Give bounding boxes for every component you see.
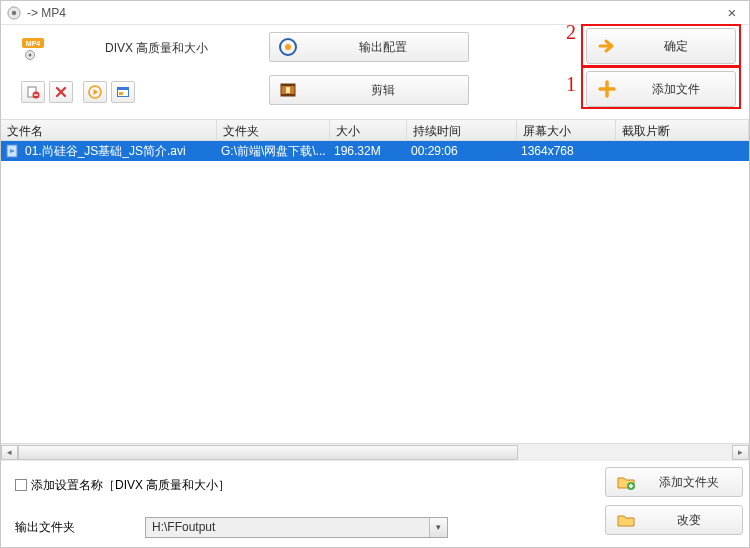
col-header-duration[interactable]: 持续时间 (407, 120, 517, 140)
cell-name: 01.尚硅谷_JS基础_JS简介.avi (19, 143, 215, 160)
delete-button[interactable] (49, 81, 73, 103)
plus-icon (597, 79, 617, 99)
file-list[interactable]: 01.尚硅谷_JS基础_JS简介.avi G:\前端\网盘下载\... 196.… (1, 141, 749, 443)
scroll-track[interactable] (18, 445, 732, 460)
window-title: -> MP4 (27, 6, 66, 20)
button-label: 添加文件 (617, 81, 735, 98)
scroll-left-icon[interactable]: ◂ (1, 445, 18, 460)
close-icon[interactable]: × (721, 5, 743, 20)
arrow-right-icon (597, 36, 617, 56)
add-file-button[interactable]: 添加文件 (586, 71, 736, 107)
scroll-right-icon[interactable]: ▸ (732, 445, 749, 460)
checkbox[interactable] (15, 479, 27, 491)
cell-duration: 00:29:06 (405, 144, 515, 158)
horizontal-scrollbar[interactable]: ◂ ▸ (1, 443, 749, 460)
output-folder-label: 输出文件夹 (15, 519, 75, 536)
option-label: 添加设置名称［DIVX 高质量和大小］ (31, 477, 230, 494)
svg-rect-17 (281, 94, 295, 96)
svg-rect-16 (281, 84, 295, 86)
scroll-thumb[interactable] (18, 445, 518, 460)
top-row-2: 剪辑 1 添加文件 (1, 71, 749, 113)
button-label: 剪辑 (298, 82, 468, 99)
ok-button[interactable]: 确定 (586, 28, 736, 64)
button-label: 改变 (636, 512, 742, 529)
video-file-icon (5, 144, 19, 158)
col-header-name[interactable]: 文件名 (1, 120, 217, 140)
folder-icon (616, 510, 636, 530)
remove-item-button[interactable] (21, 81, 45, 103)
app-icon (7, 6, 21, 20)
gear-icon (278, 37, 298, 57)
svg-rect-10 (34, 94, 38, 95)
svg-rect-14 (119, 92, 123, 95)
top-row-1: MP4 DIVX 高质量和大小 输出配置 2 确定 (1, 25, 749, 71)
col-header-clip[interactable]: 截取片断 (616, 120, 749, 140)
title-bar: -> MP4 × (1, 1, 749, 25)
cell-folder: G:\前端\网盘下载\... (215, 143, 328, 160)
small-button-group (21, 81, 135, 103)
output-config-button[interactable]: 输出配置 (269, 32, 469, 62)
chevron-down-icon[interactable]: ▾ (429, 518, 447, 537)
table-row[interactable]: 01.尚硅谷_JS基础_JS简介.avi G:\前端\网盘下载\... 196.… (1, 141, 749, 161)
col-header-size[interactable]: 大小 (330, 120, 407, 140)
bottom-panel: 添加设置名称［DIVX 高质量和大小］ 输出文件夹 H:\FFoutput ▾ … (1, 460, 749, 547)
info-button[interactable] (111, 81, 135, 103)
annotation-number-2: 2 (566, 21, 576, 44)
cell-size: 196.32M (328, 144, 405, 158)
button-label: 添加文件夹 (636, 474, 742, 491)
svg-text:MP4: MP4 (26, 40, 41, 47)
add-folder-button[interactable]: 添加文件夹 (605, 467, 743, 497)
svg-point-7 (285, 44, 291, 50)
svg-point-1 (12, 10, 16, 14)
annotation-number-1: 1 (566, 73, 576, 96)
change-button[interactable]: 改变 (605, 505, 743, 535)
button-label: 确定 (617, 38, 735, 55)
combo-value: H:\FFoutput (152, 520, 215, 534)
preset-label: DIVX 高质量和大小 (105, 40, 208, 57)
button-label: 输出配置 (298, 39, 468, 56)
col-header-folder[interactable]: 文件夹 (217, 120, 330, 140)
trim-button[interactable]: 剪辑 (269, 75, 469, 105)
app-window: -> MP4 × MP4 DIVX 高质量和大小 输出配置 2 确定 (0, 0, 750, 548)
film-icon (278, 80, 298, 100)
folder-add-icon (616, 472, 636, 492)
mp4-icon: MP4 (21, 36, 45, 60)
play-button[interactable] (83, 81, 107, 103)
svg-point-5 (29, 54, 32, 57)
cell-dim: 1364x768 (515, 144, 614, 158)
svg-rect-18 (286, 87, 290, 93)
list-header: 文件名 文件夹 大小 持续时间 屏幕大小 截取片断 (1, 119, 749, 141)
col-header-dim[interactable]: 屏幕大小 (517, 120, 616, 140)
output-folder-combo[interactable]: H:\FFoutput ▾ (145, 517, 448, 538)
svg-rect-13 (118, 88, 129, 91)
